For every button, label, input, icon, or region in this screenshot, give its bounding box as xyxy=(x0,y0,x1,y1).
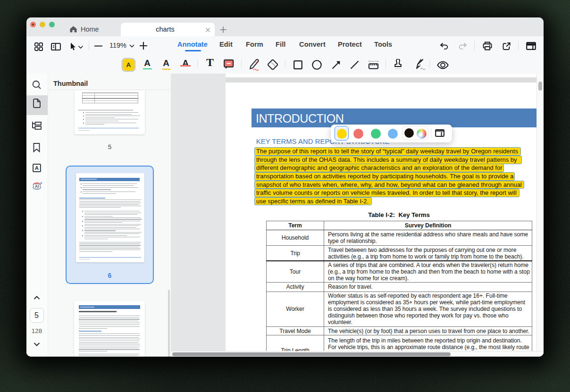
svg-text:A: A xyxy=(34,165,38,171)
svg-text:AI: AI xyxy=(35,184,39,189)
